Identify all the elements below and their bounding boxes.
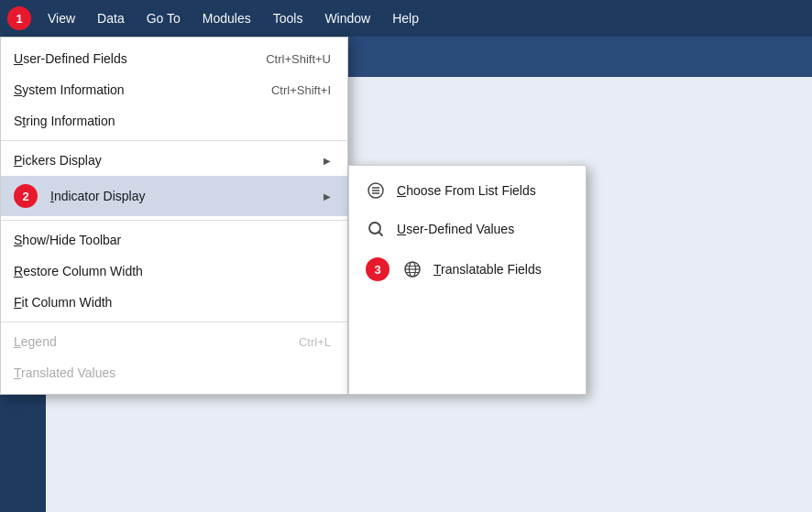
menu-window[interactable]: Window [313,5,381,31]
dropdown-main: User-Defined Fields Ctrl+Shift+U System … [0,37,348,395]
globe-icon [402,259,422,279]
menu-data[interactable]: Data [86,5,136,31]
menu-item-translated-values: Translated Values [1,357,347,388]
sub-item-label: Translatable Fields [433,262,542,277]
shortcut-legend: Ctrl+L [299,335,331,349]
menu-item-system-information[interactable]: System Information Ctrl+Shift+I [1,74,347,105]
submenu-indicator: Choose From List Fields User-Defined Val… [348,165,587,395]
menu-item-label: Restore Column Width [14,264,143,278]
step-badge-2: 2 [14,184,38,208]
menu-item-label: Legend [14,334,57,349]
menu-item-pickers-display[interactable]: Pickers Display ▶ [1,145,347,176]
menu-item-label: Pickers Display [14,153,102,168]
menu-item-label: String Information [14,114,115,128]
separator-2 [1,220,347,221]
menu-item-label: Fit Column Width [14,295,112,310]
menu-tools[interactable]: Tools [262,5,314,31]
menu-item-indicator-display[interactable]: 2 Indicator Display ▶ [1,176,347,216]
sub-item-translatable-fields[interactable]: 3 Translatable Fields [349,248,586,290]
list-icon [366,180,386,201]
submenu-arrow-pickers: ▶ [324,156,331,166]
menu-item-label: Translated Values [14,365,115,380]
menu-item-label: Indicator Display [50,189,146,203]
submenu-arrow-indicator: ▶ [324,191,331,202]
menubar: 1 View Data Go To Modules Tools Window H… [0,0,812,37]
menu-item-user-defined-fields[interactable]: User-Defined Fields Ctrl+Shift+U [1,43,347,74]
indicator-display-content: 2 Indicator Display [14,184,146,208]
menu-item-restore-column-width[interactable]: Restore Column Width [1,256,347,287]
menu-item-label: System Information [14,82,125,97]
menu-item-fit-column-width[interactable]: Fit Column Width [1,287,347,318]
menu-item-label: Show/Hide Toolbar [14,233,121,247]
shortcut-user-defined: Ctrl+Shift+U [266,52,331,66]
sub-item-choose-from-list[interactable]: Choose From List Fields [349,171,586,210]
step-badge-1: 1 [7,6,31,30]
menu-item-string-information[interactable]: String Information [1,105,347,136]
sub-item-user-defined-values[interactable]: User-Defined Values [349,210,586,248]
svg-line-5 [379,233,383,236]
dropdown-container: User-Defined Fields Ctrl+Shift+U System … [0,37,587,395]
menu-item-label: User-Defined Fields [14,51,127,66]
separator-3 [1,321,347,322]
menu-help[interactable]: Help [381,5,430,31]
sub-item-label: Choose From List Fields [397,183,536,198]
menu-modules[interactable]: Modules [192,5,262,31]
menu-item-show-hide-toolbar[interactable]: Show/Hide Toolbar [1,224,347,256]
menu-goto[interactable]: Go To [136,5,192,31]
menu-item-legend: Legend Ctrl+L [1,326,347,357]
separator-1 [1,140,347,141]
sub-item-label: User-Defined Values [397,222,514,236]
menu-view[interactable]: View [37,5,86,31]
search-icon [366,219,386,239]
shortcut-system-info: Ctrl+Shift+I [271,83,331,97]
step-badge-3: 3 [366,257,390,281]
